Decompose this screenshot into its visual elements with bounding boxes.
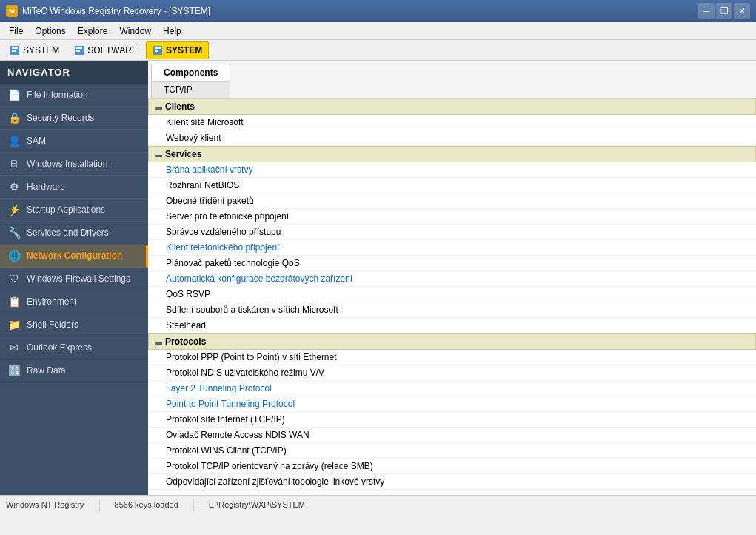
sidebar-item-shell-folders[interactable]: 📁Shell Folders (0, 313, 148, 336)
list-item[interactable]: Protokol sítě Internet (TCP/IP) (148, 412, 756, 428)
main-layout: NAVIGATOR 📄File Information🔒Security Rec… (0, 61, 756, 495)
sidebar-icon-security-records: 🔒 (7, 111, 21, 124)
sidebar-item-firewall[interactable]: 🛡Windows Firewall Settings (0, 268, 148, 290)
section-items-clients: Klient sítě MicrosoftWebový klient (148, 115, 756, 146)
list-item[interactable]: Protokol NDIS uživatelského režimu V/V (148, 365, 756, 381)
section-header-clients[interactable]: ▬Clients (148, 99, 756, 115)
sidebar-icon-services-drivers: 🔧 (7, 226, 21, 239)
svg-rect-5 (76, 50, 80, 52)
sidebar-icon-hardware: ⚙ (7, 180, 21, 193)
sidebar-item-hardware[interactable]: ⚙Hardware (0, 176, 148, 199)
sidebar-items: 📄File Information🔒Security Records👤SAM🖥W… (0, 84, 148, 382)
registry-type: Windows NT Registry (6, 500, 84, 509)
sidebar-item-environment[interactable]: 📋Environment (0, 290, 148, 313)
list-item[interactable]: Protokol WINS Client (TCP/IP) (148, 443, 756, 459)
sidebar-icon-environment: 📋 (7, 295, 21, 308)
registry-path: E:\Registry\WXP\SYSTEM (209, 500, 305, 509)
list-item[interactable]: Steelhead (148, 318, 756, 333)
menu-help[interactable]: Help (157, 22, 187, 39)
sidebar-item-startup-apps[interactable]: ⚡Startup Applications (0, 199, 148, 222)
sidebar-item-windows-installation[interactable]: 🖥Windows Installation (0, 153, 148, 176)
sidebar-icon-firewall: 🛡 (7, 272, 21, 285)
sidebar-icon-sam: 👤 (7, 134, 21, 147)
sidebar-item-outlook[interactable]: ✉Outlook Express (0, 336, 148, 359)
keys-loaded: 8566 keys loaded (115, 500, 178, 509)
toolbar-tab-icon (10, 45, 20, 56)
close-button[interactable]: ✕ (734, 3, 750, 19)
list-item[interactable]: Správce vzdáleného přístupu (148, 225, 756, 240)
sidebar-label-file-info: File Information (27, 90, 88, 100)
menu-options[interactable]: Options (29, 22, 71, 39)
sidebar-label-raw-data: Raw Data (27, 365, 66, 376)
minimize-button[interactable]: ─ (698, 3, 715, 19)
list-item[interactable]: Plánovač paketů technologie QoS (148, 256, 756, 271)
title-bar-controls: ─ ❐ ✕ (698, 3, 750, 19)
toolbar-tab-system2[interactable]: SYSTEM (146, 41, 209, 59)
sidebar-item-file-info[interactable]: 📄File Information (0, 84, 148, 107)
sidebar-item-sam[interactable]: 👤SAM (0, 130, 148, 153)
toolbar-tab-software[interactable]: SOFTWARE (67, 41, 144, 59)
list-item[interactable]: Layer 2 Tunneling Protocol (148, 381, 756, 396)
section-toggle-clients[interactable]: ▬ (155, 103, 162, 111)
sidebar-label-sam: SAM (27, 136, 46, 146)
content-body: ▬ClientsKlient sítě MicrosoftWebový klie… (148, 99, 756, 490)
svg-rect-4 (76, 47, 82, 49)
list-item[interactable]: Point to Point Tunneling Protocol (148, 396, 756, 412)
section-toggle-services[interactable]: ▬ (155, 150, 162, 159)
list-item[interactable]: Automatická konfigurace bezdrátových zař… (148, 271, 756, 287)
sidebar-item-security-records[interactable]: 🔒Security Records (0, 107, 148, 130)
section-header-services[interactable]: ▬Services (148, 146, 756, 162)
list-item[interactable]: Klient sítě Microsoft (148, 115, 756, 130)
toolbar-tab-label: SYSTEM (166, 45, 202, 56)
menu-window[interactable]: Window (113, 22, 157, 39)
svg-rect-8 (155, 50, 158, 52)
sidebar-item-services-drivers[interactable]: 🔧Services and Drivers (0, 222, 148, 245)
content-tab-components[interactable]: Components (151, 64, 230, 82)
sidebar-label-environment: Environment (27, 296, 76, 307)
app-icon: M (6, 5, 18, 17)
list-item[interactable]: Server pro telefonické připojení (148, 209, 756, 225)
status-bar: Windows NT Registry 8566 keys loaded E:\… (0, 495, 756, 513)
svg-rect-7 (155, 47, 161, 49)
section-toggle-protocols[interactable]: ▬ (155, 338, 162, 346)
list-item[interactable]: Sdílení souborů a tiskáren v sítích Micr… (148, 302, 756, 318)
title-bar-text: MiTeC Windows Registry Recovery - [SYSTE… (22, 6, 210, 16)
toolbar: SYSTEMSOFTWARESYSTEM (0, 40, 756, 61)
sidebar-icon-raw-data: 🔢 (7, 364, 21, 377)
menu-explore[interactable]: Explore (72, 22, 114, 39)
sidebar-label-startup-apps: Startup Applications (27, 205, 105, 215)
toolbar-tab-label: SOFTWARE (87, 45, 138, 56)
title-bar-left: M MiTeC Windows Registry Recovery - [SYS… (6, 5, 210, 17)
list-item[interactable]: Protokol TCP/IP orientovaný na zprávy (r… (148, 459, 756, 474)
list-item[interactable]: Webový klient (148, 130, 756, 146)
menu-bar: FileOptionsExploreWindowHelp (0, 22, 756, 40)
section-label-protocols: Protocols (165, 336, 206, 347)
restore-button[interactable]: ❐ (716, 3, 732, 19)
content-tab-tcpip[interactable]: TCP/IP (151, 81, 230, 98)
list-item[interactable]: Ovladač Remote Access NDIS WAN (148, 428, 756, 443)
list-item[interactable]: Brána aplikační vrstvy (148, 162, 756, 178)
menu-file[interactable]: File (3, 22, 29, 39)
sidebar-icon-file-info: 📄 (7, 88, 21, 102)
sidebar-item-network-config[interactable]: 🌐Network Configuration (0, 245, 148, 268)
list-item[interactable]: Klient telefonického připojení (148, 240, 756, 256)
sidebar-label-outlook: Outlook Express (27, 342, 92, 353)
sidebar-item-raw-data[interactable]: 🔢Raw Data (0, 359, 148, 382)
status-divider-2 (193, 499, 194, 511)
list-item[interactable]: QoS RSVP (148, 287, 756, 302)
sidebar-icon-shell-folders: 📁 (7, 318, 21, 331)
sidebar-label-shell-folders: Shell Folders (27, 319, 78, 330)
content-area: ComponentsTCP/IP ▬ClientsKlient sítě Mic… (148, 61, 756, 495)
section-services: ▬ServicesBrána aplikační vrstvyRozhraní … (148, 146, 756, 333)
toolbar-tab-system1[interactable]: SYSTEM (3, 41, 66, 59)
sidebar-icon-startup-apps: ⚡ (7, 203, 21, 216)
list-item[interactable]: Odpovídající zařízení zjišťování topolog… (148, 474, 756, 490)
sidebar-icon-windows-installation: 🖥 (7, 157, 21, 170)
section-header-protocols[interactable]: ▬Protocols (148, 333, 756, 350)
list-item[interactable]: Rozhraní NetBIOS (148, 178, 756, 193)
list-item[interactable]: Protokol PPP (Point to Point) v síti Eth… (148, 350, 756, 365)
list-item[interactable]: Obecné třídění paketů (148, 193, 756, 209)
status-divider-1 (99, 499, 100, 511)
sidebar-label-services-drivers: Services and Drivers (27, 227, 109, 238)
sidebar-label-firewall: Windows Firewall Settings (27, 273, 130, 284)
